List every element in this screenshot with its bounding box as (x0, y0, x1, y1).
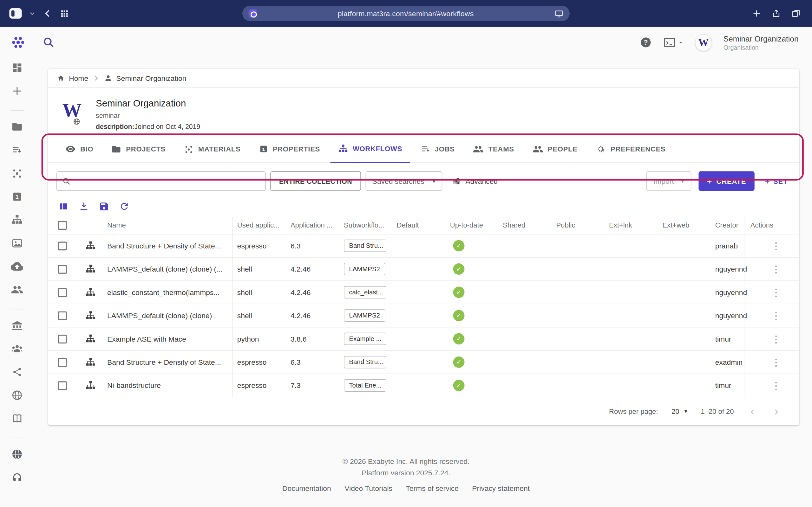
row-checkbox[interactable] (58, 241, 67, 250)
workflow-name[interactable]: Band Structure + Density of State... (107, 358, 221, 366)
add-icon[interactable] (11, 85, 23, 97)
row-checkbox[interactable] (58, 288, 67, 297)
web-icon[interactable] (11, 389, 23, 401)
refresh-icon[interactable] (119, 201, 130, 212)
url-bar[interactable]: platform.mat3ra.com/seminar/#workflows (242, 6, 570, 21)
tab-materials[interactable]: MATERIALS (176, 135, 248, 163)
apps-grid-icon[interactable] (60, 9, 69, 18)
media-icon[interactable] (11, 237, 23, 249)
tab-properties[interactable]: 1 PROPERTIES (251, 135, 328, 163)
subworkflow-chip[interactable]: Band Stru... (344, 239, 386, 252)
workflows-icon[interactable] (11, 214, 23, 226)
next-page-button[interactable]: › (771, 405, 781, 417)
workflow-name[interactable]: LAMMPS_default (clone) (clone) (... (107, 265, 222, 273)
table-row[interactable]: LAMMPS_default (clone) (clone) shell 4.2… (48, 304, 799, 327)
workflow-name[interactable]: Example ASE with Mace (107, 335, 186, 343)
help-icon[interactable]: ? (640, 36, 652, 49)
display-icon[interactable] (555, 9, 564, 17)
tab-teams[interactable]: TEAMS (465, 135, 522, 163)
jobs-icon[interactable] (11, 144, 23, 156)
row-checkbox[interactable] (58, 311, 67, 320)
console-menu[interactable] (663, 37, 683, 48)
workflow-name[interactable]: elastic_constant_thermo(lammps... (107, 288, 219, 296)
entire-collection-button[interactable]: ENTIRE COLLECTION (270, 171, 361, 191)
table-row[interactable]: LAMMPS_default (clone) (clone) (... shel… (48, 258, 799, 281)
column-header-subworkflow[interactable]: Subworkflo... (339, 217, 392, 234)
footer-link-documentation[interactable]: Documentation (282, 484, 331, 493)
column-header-name[interactable]: Name (105, 217, 233, 234)
tab-workflows[interactable]: WORKFLOWS (331, 135, 410, 163)
column-header-ext-lnk[interactable]: Ext+lnk (604, 217, 658, 234)
workflow-name[interactable]: Ni-bandstructure (107, 381, 161, 389)
subworkflow-chip[interactable]: Example ... (344, 333, 386, 345)
new-tab-icon[interactable] (752, 9, 761, 18)
download-icon[interactable] (79, 201, 89, 212)
column-header-up-to-date[interactable]: Up-to-date (445, 217, 498, 234)
row-actions-menu[interactable]: ⋮ (769, 380, 783, 392)
search-icon[interactable] (43, 36, 55, 49)
organization-icon[interactable] (11, 319, 23, 331)
table-row[interactable]: Example ASE with Mace python 3.8.6 Examp… (48, 327, 799, 350)
chevron-down-icon[interactable] (29, 10, 35, 17)
select-all-checkbox[interactable] (58, 221, 67, 230)
row-actions-menu[interactable]: ⋮ (769, 309, 783, 322)
tab-bio[interactable]: BIO (57, 135, 101, 163)
share-icon[interactable] (11, 366, 23, 378)
row-actions-menu[interactable]: ⋮ (769, 333, 783, 345)
saved-searches-select[interactable]: Saved searches ▾ (365, 171, 442, 191)
previous-page-button[interactable]: ‹ (747, 405, 758, 417)
tabs-overview-icon[interactable] (792, 9, 801, 18)
row-checkbox[interactable] (58, 358, 67, 367)
groups-icon[interactable] (11, 343, 23, 355)
workflow-name[interactable]: LAMMPS_default (clone) (clone) (107, 312, 212, 320)
tab-people[interactable]: PEOPLE (524, 135, 585, 163)
subworkflow-chip[interactable]: Band Stru... (344, 356, 386, 368)
projects-folder-icon[interactable] (11, 120, 23, 133)
breadcrumb-home[interactable]: Home (56, 74, 88, 83)
share-icon[interactable] (772, 9, 781, 18)
properties-icon[interactable]: 1 (11, 190, 23, 203)
row-actions-menu[interactable]: ⋮ (769, 240, 783, 252)
team-icon[interactable] (11, 284, 23, 296)
search-field[interactable] (56, 171, 266, 191)
row-actions-menu[interactable]: ⋮ (769, 263, 783, 275)
column-header-ext-web[interactable]: Ext+web (658, 217, 711, 234)
dashboard-icon[interactable] (11, 61, 23, 74)
column-header-default[interactable]: Default (392, 217, 445, 234)
table-row[interactable]: Band Structure + Density of State... esp… (48, 351, 799, 374)
subworkflow-chip[interactable]: LAMMPS2 (344, 309, 385, 322)
columns-icon[interactable] (58, 201, 69, 212)
footer-link-video-tutorials[interactable]: Video Tutorials (345, 484, 392, 493)
search-input[interactable] (75, 177, 260, 185)
footer-link-privacy[interactable]: Privacy statement (472, 484, 530, 493)
back-icon[interactable] (43, 8, 53, 19)
subworkflow-chip[interactable]: Total Ene... (344, 379, 386, 392)
row-checkbox[interactable] (58, 265, 67, 274)
import-button[interactable]: Import ▾ (646, 171, 691, 191)
browser-sidebar-icon[interactable] (9, 8, 21, 19)
save-icon[interactable] (99, 201, 109, 212)
tab-jobs[interactable]: JOBS (413, 135, 463, 163)
table-row[interactable]: Ni-bandstructure espresso 7.3 Total Ene.… (48, 374, 799, 397)
create-button[interactable]: + CREATE (699, 171, 754, 191)
column-header-shared[interactable]: Shared (498, 217, 552, 234)
footer-link-terms[interactable]: Terms of service (406, 484, 458, 493)
tab-preferences[interactable]: PREFERENCES (588, 135, 673, 163)
advanced-filter-button[interactable]: Advanced (447, 176, 503, 186)
subworkflow-chip[interactable]: calc_elast... (344, 286, 386, 298)
table-row[interactable]: elastic_constant_thermo(lammps... shell … (48, 281, 799, 304)
workflow-name[interactable]: Band Structure + Density of State... (107, 241, 221, 250)
docs-icon[interactable] (11, 412, 23, 425)
breadcrumb-current[interactable]: Seminar Organization (104, 74, 187, 82)
set-button[interactable]: + SET (762, 177, 791, 186)
column-header-public[interactable]: Public (552, 217, 605, 234)
table-row[interactable]: Band Structure + Density of State... esp… (48, 234, 799, 258)
rows-per-page-select[interactable]: 20 ▾ (671, 407, 687, 415)
subworkflow-chip[interactable]: LAMMPS2 (344, 263, 385, 275)
column-header-application-version[interactable]: Application ... (286, 217, 339, 234)
row-checkbox[interactable] (58, 335, 67, 343)
cloud-upload-icon[interactable] (11, 260, 23, 273)
account-info[interactable]: Seminar Organization Organisation (723, 34, 799, 51)
row-checkbox[interactable] (58, 381, 67, 390)
tab-projects[interactable]: PROJECTS (104, 135, 173, 163)
